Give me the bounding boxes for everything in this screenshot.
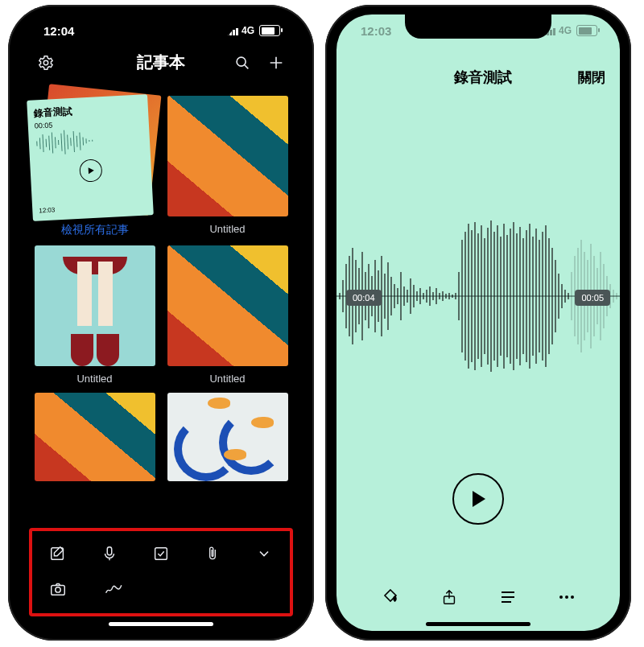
recorder-nav: 錄音測試 關閉 bbox=[336, 47, 620, 95]
note-thumb[interactable] bbox=[35, 245, 155, 366]
svg-line-18 bbox=[76, 136, 77, 147]
svg-line-19 bbox=[79, 133, 80, 150]
checklist-icon[interactable] bbox=[151, 544, 171, 563]
grid-cell[interactable]: Untitled bbox=[167, 96, 288, 237]
svg-line-7 bbox=[42, 134, 43, 152]
sketch-icon[interactable] bbox=[105, 579, 124, 599]
notch bbox=[405, 14, 551, 39]
recorder-tabbar bbox=[336, 575, 620, 620]
notes-grid: 錄音測試 00:05 12:03 檢視所有記事 bbox=[19, 81, 303, 538]
chevron-down-icon[interactable] bbox=[254, 544, 274, 563]
battery-icon bbox=[576, 25, 597, 36]
svg-marker-24 bbox=[88, 167, 93, 174]
view-all-link[interactable]: 檢視所有記事 bbox=[61, 223, 129, 237]
network-label: 4G bbox=[242, 25, 254, 36]
search-icon[interactable] bbox=[233, 54, 251, 72]
play-button[interactable] bbox=[452, 473, 504, 525]
note-thumb[interactable] bbox=[167, 245, 288, 366]
home-indicator[interactable] bbox=[109, 622, 213, 626]
svg-point-0 bbox=[43, 60, 48, 65]
attachment-icon[interactable] bbox=[203, 544, 222, 563]
svg-line-8 bbox=[46, 139, 47, 147]
toolbar-row-2 bbox=[39, 571, 283, 607]
waveform-mini-icon bbox=[35, 125, 144, 158]
compose-icon[interactable] bbox=[48, 544, 68, 563]
phone-frame-right: 12:03 4G 錄音測試 關閉 00:0 bbox=[325, 5, 631, 641]
svg-line-10 bbox=[52, 132, 52, 153]
svg-point-125 bbox=[571, 595, 574, 599]
svg-line-17 bbox=[73, 131, 74, 152]
list-icon[interactable] bbox=[497, 586, 519, 608]
grid-cell[interactable] bbox=[167, 393, 288, 481]
svg-line-2 bbox=[245, 64, 249, 68]
svg-line-15 bbox=[67, 134, 68, 149]
stack-timestamp: 12:03 bbox=[39, 206, 55, 214]
svg-line-9 bbox=[48, 136, 49, 150]
toolbar-row-1 bbox=[39, 536, 283, 571]
note-thumb[interactable] bbox=[167, 96, 288, 216]
grid-stack-cell[interactable]: 錄音測試 00:05 12:03 檢視所有記事 bbox=[34, 96, 155, 237]
phone-frame-left: 12:04 4G 記事本 bbox=[8, 5, 314, 641]
svg-line-16 bbox=[70, 138, 71, 146]
stack-thumb[interactable]: 錄音測試 00:05 12:03 bbox=[35, 96, 155, 216]
page-title: 記事本 bbox=[90, 52, 232, 73]
note-thumb[interactable] bbox=[35, 393, 155, 481]
screen-notes: 12:04 4G 記事本 bbox=[19, 14, 303, 631]
network-label: 4G bbox=[559, 25, 572, 36]
settings-icon[interactable] bbox=[37, 54, 55, 72]
add-icon[interactable] bbox=[267, 54, 285, 72]
svg-rect-27 bbox=[155, 548, 167, 560]
close-button[interactable]: 關閉 bbox=[578, 68, 605, 87]
notch bbox=[88, 14, 234, 39]
svg-point-1 bbox=[237, 57, 246, 66]
svg-marker-118 bbox=[473, 491, 485, 507]
share-icon[interactable] bbox=[438, 586, 460, 608]
screen-recorder: 12:03 4G 錄音測試 關閉 00:0 bbox=[336, 14, 620, 631]
recorder-title: 錄音測試 bbox=[388, 68, 578, 87]
play-mini-icon[interactable] bbox=[79, 159, 102, 182]
waveform-area[interactable]: 00:04 00:05 bbox=[336, 216, 620, 377]
svg-point-29 bbox=[56, 587, 60, 592]
svg-point-124 bbox=[565, 595, 568, 599]
svg-rect-26 bbox=[107, 547, 112, 555]
note-label: Untitled bbox=[209, 373, 245, 385]
grid-cell[interactable] bbox=[34, 393, 155, 481]
home-indicator[interactable] bbox=[426, 622, 530, 626]
note-thumb[interactable] bbox=[167, 393, 288, 481]
svg-line-14 bbox=[64, 130, 65, 155]
toolbar-highlight bbox=[29, 528, 293, 616]
total-time-chip: 00:05 bbox=[575, 290, 610, 306]
camera-icon[interactable] bbox=[48, 579, 68, 599]
note-label: Untitled bbox=[76, 373, 112, 385]
svg-line-20 bbox=[82, 137, 83, 145]
svg-point-123 bbox=[559, 595, 563, 599]
status-time: 12:03 bbox=[361, 24, 391, 38]
svg-line-11 bbox=[55, 137, 56, 148]
grid-cell[interactable]: Untitled bbox=[167, 245, 288, 385]
status-right: 4G bbox=[226, 25, 280, 36]
svg-line-13 bbox=[60, 134, 61, 151]
status-time: 12:04 bbox=[43, 24, 74, 38]
more-icon[interactable] bbox=[555, 586, 578, 608]
nav-bar: 記事本 bbox=[19, 47, 303, 81]
mic-icon[interactable] bbox=[100, 544, 119, 563]
grid-cell[interactable]: Untitled bbox=[34, 245, 155, 385]
fill-icon[interactable] bbox=[379, 586, 402, 608]
current-time-chip: 00:04 bbox=[346, 290, 382, 306]
status-right: 4G bbox=[543, 25, 597, 36]
svg-line-6 bbox=[39, 138, 40, 149]
note-label: Untitled bbox=[209, 223, 245, 235]
battery-icon bbox=[259, 25, 280, 36]
